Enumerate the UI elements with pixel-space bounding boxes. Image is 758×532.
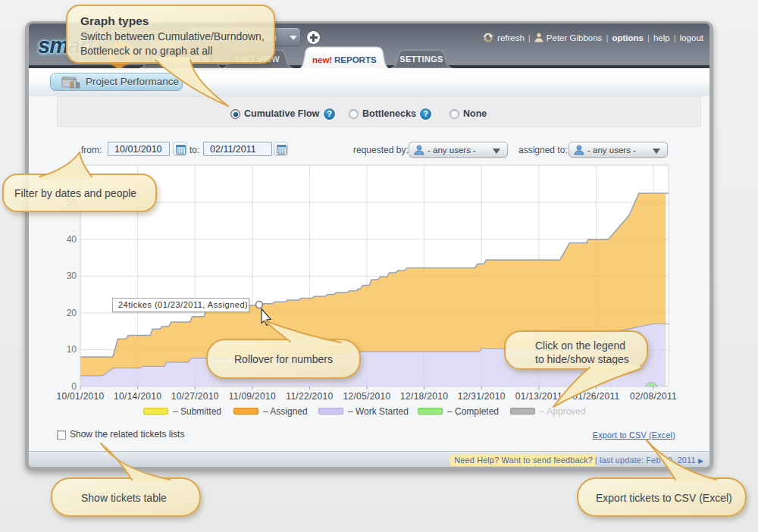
svg-text:SETTINGS: SETTINGS [399,55,443,64]
svg-text:12/18/2010: 12/18/2010 [400,391,448,402]
svg-text:11/22/2010: 11/22/2010 [286,391,333,402]
svg-text:12/31/2010: 12/31/2010 [458,391,506,402]
svg-text:10/01/2010: 10/01/2010 [56,391,104,402]
svg-text:30: 30 [67,271,77,281]
svg-text:0: 0 [71,381,77,392]
svg-text:REPORTS: REPORTS [334,55,377,64]
svg-text:10/27/2010: 10/27/2010 [171,391,219,402]
svg-text:10/14/2010: 10/14/2010 [114,391,161,402]
svg-text:20: 20 [67,308,77,318]
svg-text:11/09/2010: 11/09/2010 [229,391,276,402]
svg-text:12/05/2010: 12/05/2010 [343,391,390,402]
svg-text:new!: new! [312,55,332,64]
svg-text:40: 40 [67,234,77,245]
svg-text:10: 10 [67,344,77,355]
